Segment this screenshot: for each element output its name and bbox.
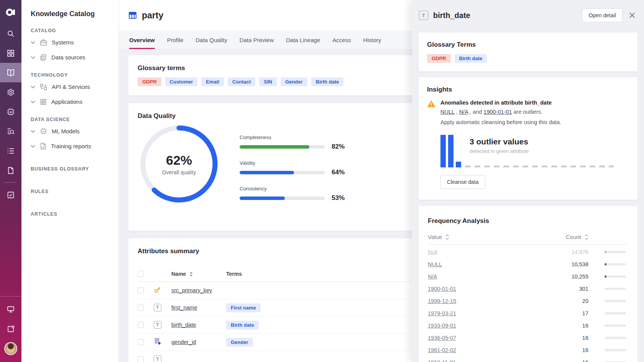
tab-profile[interactable]: Profile (167, 31, 184, 49)
nav-item-articles[interactable]: ARTICLES (31, 206, 112, 221)
sort-icon[interactable] (189, 272, 193, 277)
frequency-bar (605, 312, 626, 314)
term-chip[interactable]: Gender (226, 338, 253, 347)
consistency-value: 53% (332, 194, 345, 202)
nav-item-data-sources[interactable]: Data sources (31, 50, 112, 65)
alert-title: Anomalies detected in attribute birth_da… (440, 100, 561, 106)
svg-text:AI: AI (43, 130, 45, 133)
ataccama-logo-icon[interactable] (0, 0, 21, 24)
metric-completeness: Completeness 82% (240, 134, 355, 151)
list-item: 1936-05-07 16 (428, 333, 628, 343)
term-chip-gdpr[interactable]: GDPR (427, 54, 451, 63)
reference-attribute-icon (154, 337, 161, 347)
systems-briefcase-icon (40, 39, 47, 46)
list-item: 1979-03-21 17 (428, 308, 628, 318)
nav-item-systems[interactable]: Systems (31, 35, 112, 50)
ml-models-chip-icon: AI (40, 128, 47, 135)
tab-overview[interactable]: Overview (129, 31, 155, 49)
tasks-icon[interactable] (0, 185, 21, 205)
row-checkbox[interactable] (138, 339, 144, 345)
outlier-value-link[interactable]: N/A (459, 109, 468, 115)
overall-quality-value: 62% (166, 153, 192, 168)
ai-chip-icon[interactable]: AI (0, 102, 21, 121)
value-link[interactable]: NULL (428, 261, 442, 267)
catalog-book-icon[interactable] (0, 63, 21, 82)
term-chip-sin[interactable]: SIN (259, 77, 277, 86)
term-chip-birth-date[interactable]: Birth date (311, 77, 344, 86)
cleanse-data-button[interactable]: Cleanse data (440, 175, 485, 189)
term-chip[interactable]: Birth date (226, 321, 259, 329)
nav-item-business-glossary[interactable]: BUSINESS GLOSSARY (31, 161, 112, 176)
row-checkbox[interactable] (138, 287, 144, 293)
column-header-count: Count (566, 234, 581, 240)
row-checkbox[interactable] (138, 322, 144, 328)
term-chip-email[interactable]: Email (201, 77, 224, 86)
rail-bottom-group (0, 296, 21, 362)
list-item: Null 14,976 (428, 247, 628, 257)
nav-item-label: API & Services (52, 84, 90, 90)
anomaly-alert: Anomalies detected in attribute birth_da… (427, 100, 629, 126)
chevron-down-icon[interactable] (31, 145, 35, 148)
list-item: 1900-01-01 301 (428, 283, 628, 294)
value-link[interactable]: 1936-05-07 (428, 335, 456, 341)
chevron-down-icon[interactable] (31, 130, 35, 133)
monitoring-icon[interactable] (0, 300, 21, 319)
nav-item-training-reports[interactable]: Training reports (31, 139, 112, 154)
sort-icon[interactable] (445, 234, 449, 240)
settings-gear-icon[interactable] (0, 82, 21, 102)
term-chip-gdpr[interactable]: GDPR (138, 77, 161, 86)
open-detail-button[interactable]: Open detail (582, 8, 623, 22)
value-link[interactable]: 1961-02-02 (428, 347, 456, 353)
applications-grid-icon (40, 98, 47, 105)
list-item: 1963-11-01 16 (428, 357, 628, 362)
value-link[interactable]: 1999-12-15 (428, 298, 456, 304)
data-quality-icon[interactable] (0, 121, 21, 141)
term-chip-birth-date[interactable]: Birth date (455, 54, 487, 63)
list-icon[interactable] (0, 141, 21, 161)
value-link[interactable]: Null (428, 249, 437, 255)
tab-data-preview[interactable]: Data Preview (240, 31, 274, 49)
nav-item-rules[interactable]: RULES (31, 184, 112, 199)
nav-item-ml-models[interactable]: AI ML Models (31, 124, 112, 139)
alert-advice: Apply automatic cleansing before using t… (440, 118, 561, 126)
chevron-down-icon[interactable] (31, 100, 35, 103)
document-icon[interactable] (0, 161, 21, 180)
completeness-bar (240, 145, 325, 149)
term-chip-customer[interactable]: Customer (165, 77, 198, 86)
tab-data-quality[interactable]: Data Quality (196, 31, 227, 49)
attribute-link[interactable]: src_primary_key (171, 287, 212, 293)
tab-data-lineage[interactable]: Data Lineage (286, 31, 320, 49)
sort-icon[interactable] (585, 234, 588, 240)
value-link[interactable]: N/A (428, 274, 437, 280)
nav-item-applications[interactable]: Applications (31, 94, 112, 109)
value-link[interactable]: 1963-11-01 (428, 359, 456, 362)
chevron-down-icon[interactable] (31, 85, 35, 88)
chevron-down-icon[interactable] (31, 41, 35, 44)
select-all-checkbox[interactable] (138, 271, 144, 277)
row-checkbox[interactable] (138, 356, 144, 362)
chevron-down-icon[interactable] (31, 56, 35, 59)
search-icon[interactable] (0, 24, 21, 43)
term-chip-contact[interactable]: Contact (228, 77, 255, 86)
tab-history[interactable]: History (363, 31, 381, 49)
term-chip-gender[interactable]: Gender (281, 77, 307, 86)
frequency-table-header: Value Count (428, 229, 628, 245)
dashboard-icon[interactable] (0, 43, 21, 63)
outlier-value-link[interactable]: 1900-01-01 (483, 109, 512, 115)
nav-item-api-services[interactable]: API & Services (31, 79, 112, 94)
outlier-value-link[interactable]: NULL (440, 109, 455, 115)
term-chip[interactable]: First name (226, 303, 261, 312)
user-avatar[interactable] (0, 339, 21, 358)
attribute-link[interactable]: gender_id (171, 339, 196, 345)
value-link[interactable]: 1900-01-01 (428, 286, 456, 292)
workspace-icon[interactable] (0, 319, 21, 339)
value-link[interactable]: 1933-09-01 (428, 323, 456, 329)
value-link[interactable]: 1979-03-21 (428, 310, 456, 316)
glossary-chip-list: GDPR Birth date (427, 54, 629, 63)
attribute-link[interactable]: birth_date (171, 322, 196, 328)
tab-access[interactable]: Access (332, 31, 351, 49)
close-icon[interactable] (629, 12, 636, 19)
attribute-link[interactable]: first_name (171, 305, 197, 311)
row-checkbox[interactable] (138, 305, 144, 311)
outlier-mini-chart: 3 outlier values detected in given attri… (440, 135, 629, 167)
